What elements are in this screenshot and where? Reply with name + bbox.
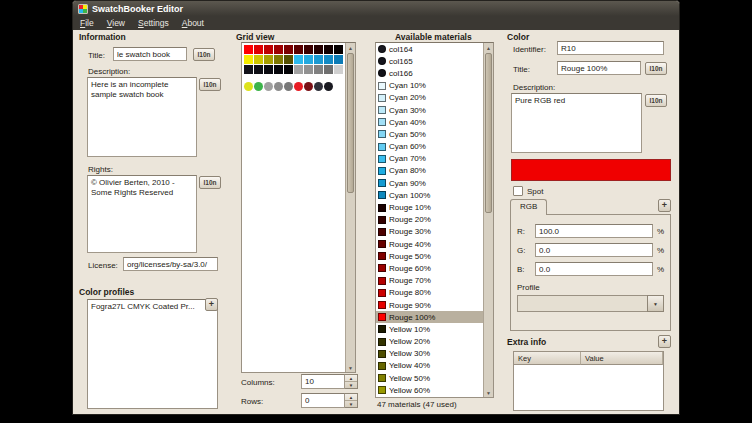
material-item[interactable]: Rouge 90% bbox=[376, 299, 483, 311]
rights-textarea[interactable] bbox=[87, 175, 197, 253]
add-extra-button[interactable]: + bbox=[658, 335, 671, 348]
color-profile-item[interactable]: Fogra27L CMYK Coated Pr... bbox=[88, 300, 217, 313]
identifier-input[interactable] bbox=[557, 41, 664, 55]
color-title-input[interactable] bbox=[557, 61, 641, 75]
swatch-cell[interactable] bbox=[274, 82, 283, 91]
material-item[interactable]: Cyan 80% bbox=[376, 165, 483, 177]
swatch-cell[interactable] bbox=[274, 65, 283, 74]
menu-about[interactable]: About bbox=[182, 18, 204, 28]
color-title-l10n-button[interactable]: l10n bbox=[645, 62, 667, 75]
swatch-cell[interactable] bbox=[314, 45, 323, 54]
material-item[interactable]: Cyan 90% bbox=[376, 177, 483, 189]
swatch-cell[interactable] bbox=[264, 55, 273, 64]
material-item[interactable]: Rouge 70% bbox=[376, 275, 483, 287]
channel-value-input[interactable] bbox=[535, 262, 653, 276]
swatch-cell[interactable] bbox=[264, 65, 273, 74]
swatch-cell[interactable] bbox=[284, 82, 293, 91]
material-item[interactable]: Rouge 80% bbox=[376, 287, 483, 299]
swatch-cell[interactable] bbox=[254, 55, 263, 64]
swatch-cell[interactable] bbox=[244, 45, 253, 54]
description-l10n-button[interactable]: l10n bbox=[199, 78, 221, 91]
swatch-cell[interactable] bbox=[254, 45, 263, 54]
swatch-cell[interactable] bbox=[294, 82, 303, 91]
scroll-up-icon[interactable]: ▲ bbox=[484, 43, 493, 52]
material-item[interactable]: Rouge 50% bbox=[376, 250, 483, 262]
swatch-cell[interactable] bbox=[324, 45, 333, 54]
dropdown-arrow-icon[interactable]: ▼ bbox=[647, 295, 664, 312]
material-item[interactable]: Yellow 10% bbox=[376, 323, 483, 335]
swatch-cell[interactable] bbox=[294, 65, 303, 74]
spin-down-button[interactable]: ▼ bbox=[345, 400, 357, 407]
material-item[interactable]: Cyan 100% bbox=[376, 189, 483, 201]
swatch-cell[interactable] bbox=[304, 65, 313, 74]
swatch-cell[interactable] bbox=[264, 82, 273, 91]
material-item[interactable]: Yellow 20% bbox=[376, 336, 483, 348]
material-item[interactable]: Rouge 60% bbox=[376, 262, 483, 274]
material-item[interactable]: Rouge 40% bbox=[376, 238, 483, 250]
menu-view[interactable]: View bbox=[107, 18, 125, 28]
material-item[interactable]: col166 bbox=[376, 67, 483, 79]
swatch-cell[interactable] bbox=[304, 45, 313, 54]
material-item[interactable]: col164 bbox=[376, 43, 483, 55]
material-item[interactable]: Cyan 30% bbox=[376, 104, 483, 116]
swatch-cell[interactable] bbox=[244, 55, 253, 64]
swatch-cell[interactable] bbox=[284, 65, 293, 74]
grid-scrollbar-thumb[interactable] bbox=[347, 53, 354, 193]
extra-column-header[interactable]: Key bbox=[514, 352, 581, 365]
swatch-cell[interactable] bbox=[334, 65, 343, 74]
swatch-cell[interactable] bbox=[274, 45, 283, 54]
swatch-cell[interactable] bbox=[284, 45, 293, 54]
swatch-cell[interactable] bbox=[324, 82, 333, 91]
description-textarea[interactable] bbox=[87, 77, 197, 157]
channel-value-input[interactable] bbox=[535, 224, 653, 238]
swatch-cell[interactable] bbox=[254, 65, 263, 74]
color-description-l10n-button[interactable]: l10n bbox=[645, 94, 667, 107]
swatch-cell[interactable] bbox=[254, 82, 263, 91]
color-profiles-list[interactable]: Fogra27L CMYK Coated Pr... bbox=[87, 299, 218, 409]
material-item[interactable]: Yellow 30% bbox=[376, 348, 483, 360]
menu-settings[interactable]: Settings bbox=[138, 18, 169, 28]
material-item[interactable]: Cyan 70% bbox=[376, 153, 483, 165]
material-item[interactable]: Cyan 10% bbox=[376, 80, 483, 92]
rgb-tab[interactable]: RGB bbox=[510, 199, 547, 215]
swatch-cell[interactable] bbox=[324, 55, 333, 64]
material-item[interactable]: Cyan 20% bbox=[376, 92, 483, 104]
swatch-cell[interactable] bbox=[304, 55, 313, 64]
material-item[interactable]: Rouge 30% bbox=[376, 226, 483, 238]
materials-scrollbar[interactable]: ▲ ▼ bbox=[483, 43, 493, 397]
swatch-cell[interactable] bbox=[284, 55, 293, 64]
title-l10n-button[interactable]: l10n bbox=[193, 48, 215, 61]
material-item[interactable]: Rouge 100% bbox=[376, 311, 483, 323]
swatch-cell[interactable] bbox=[314, 82, 323, 91]
extra-column-header[interactable]: Value bbox=[581, 352, 663, 365]
materials-scrollbar-thumb[interactable] bbox=[485, 53, 492, 213]
material-item[interactable]: Cyan 40% bbox=[376, 116, 483, 128]
material-item[interactable]: Cyan 50% bbox=[376, 128, 483, 140]
swatch-cell[interactable] bbox=[334, 45, 343, 54]
scroll-down-icon[interactable]: ▼ bbox=[484, 388, 493, 397]
title-input[interactable] bbox=[113, 47, 187, 61]
spot-checkbox[interactable] bbox=[513, 186, 523, 196]
color-description-textarea[interactable] bbox=[511, 93, 642, 153]
swatch-cell[interactable] bbox=[294, 45, 303, 54]
profile-combobox[interactable]: ▼ bbox=[517, 295, 664, 312]
material-item[interactable]: Yellow 40% bbox=[376, 360, 483, 372]
swatch-cell[interactable] bbox=[244, 65, 253, 74]
scroll-down-icon[interactable]: ▼ bbox=[346, 363, 355, 372]
channel-value-input[interactable] bbox=[535, 243, 653, 257]
material-item[interactable]: Rouge 10% bbox=[376, 201, 483, 213]
columns-input[interactable] bbox=[301, 374, 345, 389]
add-profile-button[interactable]: + bbox=[205, 298, 218, 311]
rights-l10n-button[interactable]: l10n bbox=[199, 176, 221, 189]
spin-down-button[interactable]: ▼ bbox=[345, 381, 357, 388]
swatch-cell[interactable] bbox=[334, 55, 343, 64]
scroll-up-icon[interactable]: ▲ bbox=[346, 43, 355, 52]
material-item[interactable]: Cyan 60% bbox=[376, 141, 483, 153]
swatch-cell[interactable] bbox=[314, 65, 323, 74]
menu-file[interactable]: File bbox=[80, 18, 94, 28]
swatch-cell[interactable] bbox=[244, 82, 253, 91]
material-item[interactable]: Yellow 50% bbox=[376, 372, 483, 384]
swatch-cell[interactable] bbox=[304, 82, 313, 91]
swatch-cell[interactable] bbox=[264, 45, 273, 54]
swatch-cell[interactable] bbox=[314, 55, 323, 64]
